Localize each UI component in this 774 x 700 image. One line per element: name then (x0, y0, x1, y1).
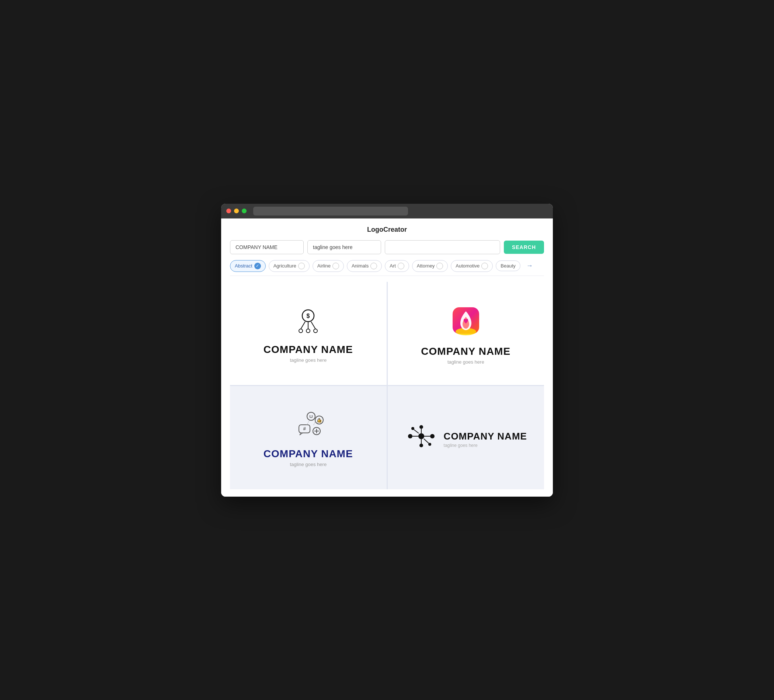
svg-point-28 (419, 444, 423, 447)
filter-chip-art[interactable]: Art (385, 260, 409, 272)
app-content: LogoCreator SEARCH Abstract ✓ Agricultur… (221, 218, 553, 497)
filter-label-abstract: Abstract (235, 263, 253, 269)
svg-point-11 (309, 415, 311, 416)
logo1-company-name: COMPANY NAME (263, 344, 353, 355)
molecule-icon (405, 423, 438, 451)
logo-card-1[interactable]: $ COMPANY NAME tagline goes here (230, 282, 387, 385)
filter-check-art (398, 262, 404, 269)
titlebar (221, 204, 553, 218)
svg-point-26 (430, 434, 435, 438)
svg-line-2 (301, 322, 305, 329)
app-title: LogoCreator (230, 226, 544, 234)
logo4-company-name: COMPANY NAME (444, 431, 527, 442)
url-bar[interactable] (253, 207, 408, 216)
filter-label-art: Art (390, 263, 396, 269)
search-button[interactable]: SEARCH (504, 241, 544, 254)
logo1-tagline: tagline goes here (290, 357, 327, 363)
svg-line-22 (314, 421, 316, 425)
logo-card-4[interactable]: COMPANY NAME tagline goes here (388, 386, 544, 489)
svg-point-24 (418, 433, 424, 439)
filter-label-airline: Airline (318, 263, 331, 269)
svg-line-36 (424, 439, 428, 443)
filter-label-automotive: Automotive (456, 263, 480, 269)
logo2-company-name: COMPANY NAME (421, 345, 511, 357)
svg-point-5 (299, 329, 303, 333)
filter-label-agriculture: Agriculture (273, 263, 296, 269)
dollar-network-icon: $ (293, 308, 323, 338)
filter-check-attorney (437, 262, 443, 269)
logo4-text-block: COMPANY NAME tagline goes here (444, 431, 527, 448)
logo3-company-name: COMPANY NAME (263, 448, 353, 460)
maximize-dot[interactable] (242, 208, 246, 213)
filter-chip-animals[interactable]: Animals (347, 260, 382, 272)
minimize-dot[interactable] (234, 208, 239, 213)
svg-text:#: # (303, 426, 306, 431)
filter-check-animals (370, 262, 377, 269)
svg-text:$: $ (307, 313, 310, 319)
logo-card-3[interactable]: 👍 # (230, 386, 387, 489)
svg-point-10 (307, 412, 315, 420)
filter-label-beauty: Beauty (501, 263, 515, 269)
svg-point-12 (312, 415, 313, 416)
search-bar: SEARCH (230, 240, 544, 254)
svg-point-29 (411, 427, 414, 430)
app-window: LogoCreator SEARCH Abstract ✓ Agricultur… (221, 204, 553, 497)
svg-line-4 (311, 322, 316, 329)
svg-point-25 (408, 434, 412, 438)
filter-chip-beauty[interactable]: Beauty (496, 261, 520, 271)
filter-label-animals: Animals (352, 263, 369, 269)
filter-bar: Abstract ✓ Agriculture Airline Animals A… (230, 260, 544, 276)
company-name-input[interactable] (230, 240, 304, 254)
logo-card-2[interactable]: COMPANY NAME tagline goes here (388, 282, 544, 385)
filter-chip-attorney[interactable]: Attorney (412, 260, 448, 272)
svg-line-21 (306, 420, 310, 425)
filter-check-agriculture (298, 262, 305, 269)
svg-point-6 (306, 329, 310, 333)
filter-chip-abstract[interactable]: Abstract ✓ (230, 260, 266, 272)
fire-app-icon (451, 306, 481, 340)
inline-logo-4: COMPANY NAME tagline goes here (405, 423, 527, 456)
filter-check-automotive (481, 262, 488, 269)
logo-grid: $ COMPANY NAME tagline goes here (230, 282, 544, 489)
filter-check-abstract: ✓ (254, 262, 261, 269)
filter-next-button[interactable]: → (523, 261, 536, 271)
filter-chip-airline[interactable]: Airline (313, 260, 344, 272)
svg-point-27 (419, 425, 423, 429)
main-search-input[interactable] (385, 240, 500, 254)
logo3-tagline: tagline goes here (290, 462, 327, 467)
filter-check-airline (332, 262, 339, 269)
social-cluster-icon: 👍 # (290, 412, 327, 443)
close-dot[interactable] (226, 208, 231, 213)
logo4-tagline: tagline goes here (444, 443, 527, 448)
logo2-tagline: tagline goes here (447, 359, 484, 365)
svg-point-30 (428, 443, 431, 446)
svg-point-7 (314, 329, 318, 333)
filter-chip-automotive[interactable]: Automotive (451, 260, 493, 272)
filter-chip-agriculture[interactable]: Agriculture (269, 260, 309, 272)
filter-label-attorney: Attorney (417, 263, 435, 269)
tagline-input[interactable] (308, 240, 381, 254)
svg-line-35 (414, 429, 419, 433)
